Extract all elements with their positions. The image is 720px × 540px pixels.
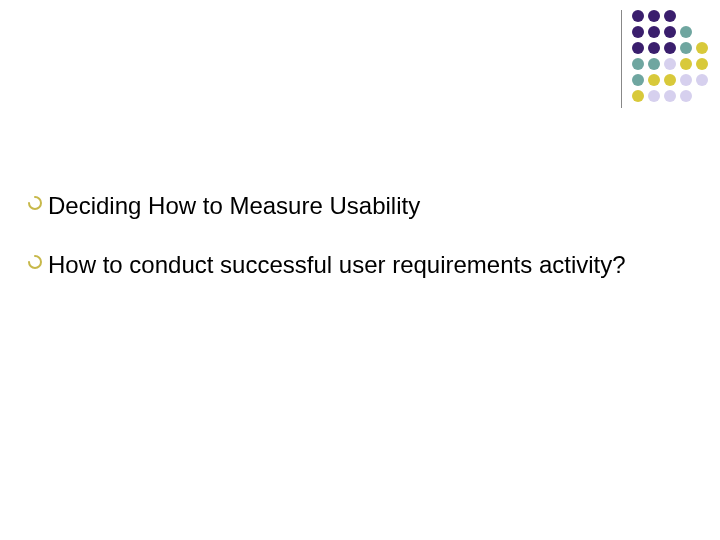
dot [664,74,676,86]
dot [680,26,692,38]
slide-body: Deciding How to Measure Usability How to… [28,190,680,308]
dot [648,26,660,38]
dot [632,26,644,38]
dot [648,90,660,102]
dot [664,58,676,70]
bullet-arc-icon [28,255,42,269]
dot [696,42,708,54]
dot [696,74,708,86]
dot [664,10,676,22]
vertical-divider [621,10,622,108]
dot [664,42,676,54]
dot [648,42,660,54]
corner-decoration [621,10,710,108]
dot [632,10,644,22]
dot [680,42,692,54]
dot [664,26,676,38]
dot [632,74,644,86]
dot [632,58,644,70]
bullet-arc-icon [28,196,42,210]
dot [632,90,644,102]
dot [696,58,708,70]
dot [680,58,692,70]
dot [664,90,676,102]
dot-grid-icon [632,10,710,104]
dot [680,90,692,102]
bullet-text: How to conduct successful user requireme… [48,249,626,280]
dot [648,10,660,22]
list-item: Deciding How to Measure Usability [28,190,680,221]
dot [648,58,660,70]
bullet-text: Deciding How to Measure Usability [48,190,420,221]
dot [648,74,660,86]
dot [680,74,692,86]
list-item: How to conduct successful user requireme… [28,249,680,280]
dot [632,42,644,54]
